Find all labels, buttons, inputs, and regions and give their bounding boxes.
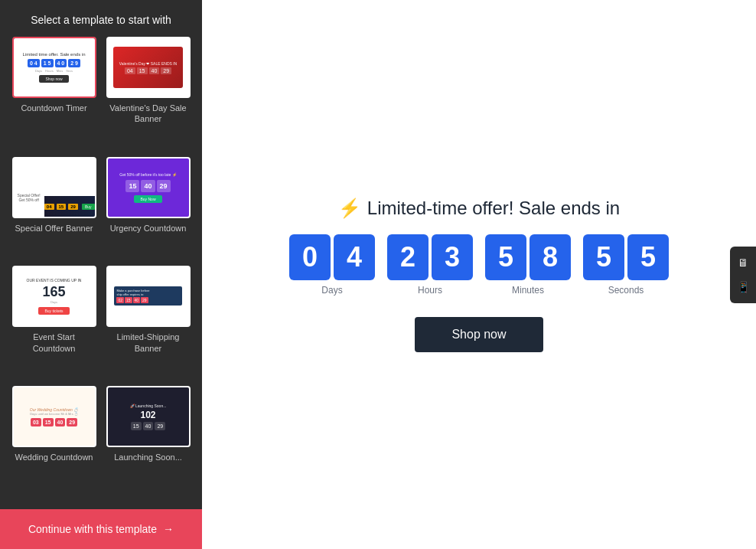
right-panel: 🖥 📱	[730, 247, 756, 303]
template-label-valentines: Valentine's Day Sale Banner	[105, 103, 191, 125]
template-label-event: Event Start Countdown	[11, 332, 97, 354]
timer-minutes: 5 8 Minutes	[485, 234, 571, 296]
timer-seconds: 5 5 Seconds	[583, 234, 669, 296]
template-label-urgency: Urgency Countdown	[110, 223, 187, 234]
template-label-launching: Launching Soon...	[114, 452, 182, 462]
template-card-special[interactable]: Special Offer! Get 50% off 04 15 29 Buy …	[11, 157, 97, 259]
preview-title-text: Limited-time offer! Sale ends in	[367, 198, 620, 219]
seconds-label: Seconds	[608, 285, 644, 296]
preview-widget: ⚡ Limited-time offer! Sale ends in 0 4 D…	[289, 198, 669, 352]
seconds-digits: 5 5	[583, 234, 669, 280]
minutes-digits: 5 8	[485, 234, 571, 280]
days-digits: 0 4	[289, 234, 375, 280]
seconds-digit-1: 5	[583, 234, 624, 280]
continue-button[interactable]: Continue with this template →	[0, 509, 202, 549]
template-label-wedding: Wedding Countdown	[15, 452, 93, 462]
minutes-digit-1: 5	[485, 234, 526, 280]
template-label-countdown: Countdown Timer	[21, 103, 86, 113]
sidebar-title: Select a template to start with	[0, 0, 202, 37]
arrow-icon: →	[163, 523, 174, 535]
template-grid: Limited time offer. Sale ends in 0 4 1 5…	[0, 37, 202, 549]
hours-digit-2: 3	[432, 234, 473, 280]
seconds-digit-2: 5	[627, 234, 669, 280]
template-label-shipping: Limited-Shipping Banner	[105, 332, 191, 354]
lightning-icon: ⚡	[338, 198, 361, 219]
template-card-launching[interactable]: 🚀 Launching Soon... 102 15 40 29 Launchi…	[105, 386, 191, 488]
template-card-event[interactable]: OUR EVENT IS COMING UP IN 165 Days Buy t…	[11, 266, 97, 378]
days-digit-1: 0	[289, 234, 331, 280]
mobile-icon[interactable]: 📱	[735, 279, 751, 296]
template-card-valentines[interactable]: Valentine's Day ❤ SALE ENDS IN 04 15 40 …	[105, 37, 191, 149]
days-digit-2: 4	[334, 234, 375, 280]
sidebar: Select a template to start with Limited …	[0, 0, 202, 549]
hours-digit-1: 2	[387, 234, 429, 280]
preview-title: ⚡ Limited-time offer! Sale ends in	[338, 198, 620, 219]
minutes-label: Minutes	[512, 285, 544, 296]
hours-label: Hours	[418, 285, 442, 296]
shop-now-button[interactable]: Shop now	[415, 317, 543, 352]
hours-digits: 2 3	[387, 234, 473, 280]
minutes-digit-2: 8	[530, 234, 571, 280]
monitor-icon[interactable]: 🖥	[735, 254, 751, 271]
days-label: Days	[321, 285, 342, 296]
main-preview-area: ⚡ Limited-time offer! Sale ends in 0 4 D…	[202, 0, 756, 549]
template-card-wedding[interactable]: Our Wedding Countdown 💍 Days until we be…	[11, 386, 97, 488]
template-card-shipping[interactable]: Make a purchase before ship offer expire…	[105, 266, 191, 378]
timer-row: 0 4 Days 2 3 Hours 5 8 Minutes	[289, 234, 669, 296]
timer-days: 0 4 Days	[289, 234, 375, 296]
template-card-countdown[interactable]: Limited time offer. Sale ends in 0 4 1 5…	[11, 37, 97, 149]
continue-label: Continue with this template	[28, 523, 157, 535]
template-card-urgency[interactable]: Get 50% off before it's too late ⚡ 15 40…	[105, 157, 191, 259]
template-label-special: Special Offer Banner	[15, 223, 93, 234]
timer-hours: 2 3 Hours	[387, 234, 473, 296]
